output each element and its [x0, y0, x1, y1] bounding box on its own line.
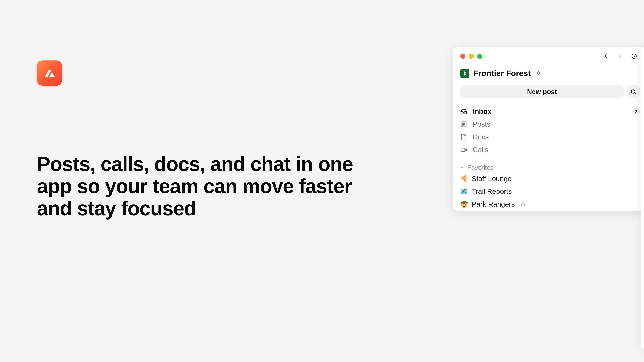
forward-button[interactable]	[617, 53, 623, 59]
favorite-label: Park Rangers	[472, 200, 515, 208]
favorite-emoji: 🤠	[460, 201, 467, 208]
disclosure-triangle-icon: ▼	[460, 165, 464, 170]
calls-icon	[460, 146, 467, 153]
svg-line-3	[634, 93, 636, 94]
chevron-left-icon	[603, 53, 608, 59]
favorite-label: Staff Lounge	[472, 175, 512, 183]
logo-mark-icon	[42, 66, 57, 80]
nav-item-calls[interactable]: Calls	[460, 143, 640, 156]
workspace-selector[interactable]: Frontier Forest	[453, 62, 644, 82]
search-icon	[630, 89, 636, 95]
window-close-button[interactable]	[460, 54, 465, 59]
favorites-toggle[interactable]: ▼ Favorites	[460, 163, 640, 172]
nav-label-docs: Docs	[473, 133, 489, 141]
workspace-chevron-icon	[536, 71, 541, 76]
svg-rect-9	[461, 148, 465, 151]
lock-icon	[520, 202, 526, 207]
new-post-label: New post	[527, 88, 557, 96]
favorite-item-park-rangers[interactable]: 🤠 Park Rangers	[460, 198, 640, 211]
inbox-badge: 2	[632, 108, 640, 115]
posts-icon	[460, 121, 467, 128]
nav-item-inbox[interactable]: Inbox 2	[460, 105, 640, 118]
docs-icon	[460, 134, 467, 140]
nav-label-inbox: Inbox	[473, 107, 492, 116]
favorite-emoji: 🗺️	[460, 188, 467, 195]
tree-icon	[462, 70, 468, 76]
window-minimize-button[interactable]	[469, 54, 474, 59]
app-logo	[37, 61, 62, 86]
favorite-emoji: 🍕	[460, 175, 467, 182]
window-titlebar	[453, 47, 644, 62]
svg-rect-11	[522, 204, 524, 206]
app-window: Frontier Forest New post Inbox 2 Posts	[453, 47, 644, 211]
svg-rect-1	[465, 75, 465, 76]
favorite-item-trail-reports[interactable]: 🗺️ Trail Reports	[460, 185, 640, 198]
chevron-right-icon	[617, 53, 623, 59]
workspace-name: Frontier Forest	[474, 69, 530, 78]
chevron-updown-icon	[536, 71, 541, 75]
marketing-headline: Posts, calls, docs, and chat in one app …	[37, 153, 356, 219]
inbox-icon	[460, 108, 467, 115]
favorite-label: Trail Reports	[472, 188, 512, 196]
nav-label-calls: Calls	[473, 146, 488, 154]
nav-item-docs[interactable]: Docs	[460, 131, 640, 143]
back-button[interactable]	[603, 53, 608, 59]
nav-item-posts[interactable]: Posts	[460, 118, 640, 131]
window-maximize-button[interactable]	[477, 54, 482, 59]
traffic-lights	[460, 54, 482, 59]
history-button[interactable]	[631, 53, 637, 59]
favorite-item-staff-lounge[interactable]: 🍕 Staff Lounge	[460, 172, 640, 185]
favorites-header-label: Favorites	[467, 164, 494, 171]
clock-icon	[631, 53, 637, 59]
workspace-icon	[460, 69, 469, 78]
side-panel	[641, 47, 644, 349]
search-button[interactable]	[627, 85, 640, 98]
new-post-button[interactable]: New post	[460, 85, 624, 98]
nav-label-posts: Posts	[473, 120, 490, 128]
